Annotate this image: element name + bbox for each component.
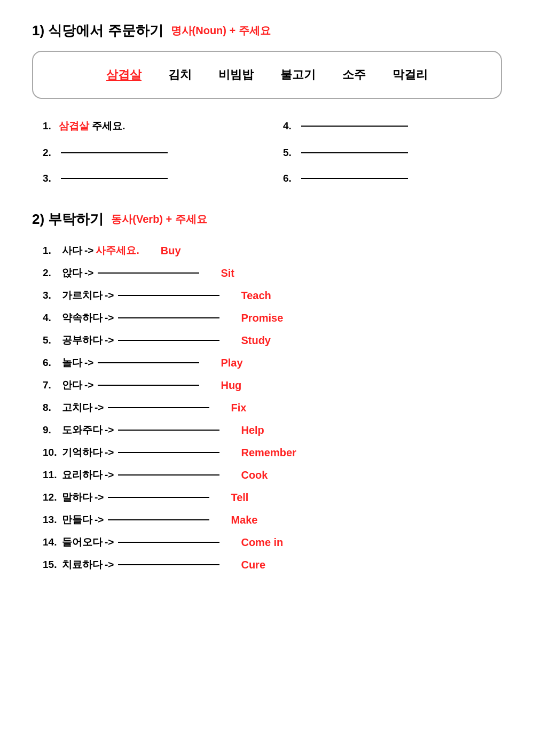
exercise-3: 3. bbox=[43, 168, 262, 189]
verb-11-arrow: -> bbox=[105, 469, 114, 481]
vocab-item-bulgogi: 불고기 bbox=[280, 67, 316, 83]
verb-2-num: 2. bbox=[43, 267, 62, 279]
verb-7-arrow: -> bbox=[84, 379, 93, 391]
section2-subtitle: 동사(Verb) + 주세요 bbox=[111, 212, 207, 227]
verb-item-7: 7. 안다 -> Hug bbox=[43, 374, 502, 396]
verb-15-num: 15. bbox=[43, 559, 62, 571]
verb-15-korean: 치료하다 bbox=[62, 558, 103, 572]
exercise-2-num: 2. bbox=[43, 147, 59, 159]
verb-item-3: 3. 가르치다 -> Teach bbox=[43, 284, 502, 307]
verb-11-blank[interactable] bbox=[118, 474, 219, 476]
exercise-4: 4. bbox=[283, 115, 502, 137]
verb-1-arrow: -> bbox=[84, 245, 93, 256]
vocab-box: 삼겹살 김치 비빔밥 불고기 소주 막걸리 bbox=[32, 51, 502, 99]
verb-6-arrow: -> bbox=[84, 357, 93, 369]
exercise-5-num: 5. bbox=[283, 147, 299, 159]
vocab-item-samgyeopsal: 삼겹살 bbox=[106, 67, 142, 83]
section2-title: 2) 부탁하기 동사(Verb) + 주세요 bbox=[32, 210, 502, 229]
verb-7-num: 7. bbox=[43, 379, 62, 391]
verb-6-english: Play bbox=[221, 357, 285, 369]
verb-12-arrow: -> bbox=[95, 492, 104, 503]
verb-10-arrow: -> bbox=[105, 447, 114, 458]
verb-13-num: 13. bbox=[43, 514, 62, 526]
verb-11-english: Cook bbox=[241, 469, 305, 481]
verb-2-blank[interactable] bbox=[98, 272, 199, 274]
exercise-4-blank[interactable] bbox=[301, 126, 408, 127]
exercise-6: 6. bbox=[283, 168, 502, 189]
vocab-item-makgeolli: 막걸리 bbox=[392, 67, 428, 83]
verb-10-blank[interactable] bbox=[118, 452, 219, 453]
verb-7-korean: 안다 bbox=[62, 378, 82, 392]
verb-10-korean: 기억하다 bbox=[62, 446, 103, 459]
verb-8-blank[interactable] bbox=[108, 407, 209, 408]
verb-14-korean: 들어오다 bbox=[62, 535, 103, 549]
verb-10-num: 10. bbox=[43, 447, 62, 458]
verb-3-num: 3. bbox=[43, 290, 62, 301]
verb-13-korean: 만들다 bbox=[62, 513, 92, 527]
verb-2-arrow: -> bbox=[84, 267, 93, 279]
exercise-3-blank[interactable] bbox=[61, 178, 168, 179]
verb-7-blank[interactable] bbox=[98, 385, 199, 386]
vocab-item-bibimbap: 비빔밥 bbox=[218, 67, 254, 83]
verb-15-blank[interactable] bbox=[118, 564, 219, 565]
verb-item-2: 2. 앉다 -> Sit bbox=[43, 262, 502, 284]
verb-item-6: 6. 놀다 -> Play bbox=[43, 352, 502, 374]
verb-7-english: Hug bbox=[221, 379, 285, 392]
verb-list: 1. 사다 -> 사주세요. Buy 2. 앉다 -> Sit 3. 가르치다 … bbox=[32, 239, 502, 576]
exercise-6-num: 6. bbox=[283, 173, 299, 184]
exercise-1: 1. 삼겹살 주세요. bbox=[43, 115, 262, 137]
section1: 1) 식당에서 주문하기 명사(Noun) + 주세요 삼겹살 김치 비빔밥 불… bbox=[32, 21, 502, 189]
verb-item-14: 14. 들어오다 -> Come in bbox=[43, 531, 502, 554]
verb-item-5: 5. 공부하다 -> Study bbox=[43, 329, 502, 352]
verb-1-english: Buy bbox=[161, 245, 225, 257]
verb-item-1: 1. 사다 -> 사주세요. Buy bbox=[43, 239, 502, 262]
exercise-5: 5. bbox=[283, 143, 502, 163]
verb-item-12: 12. 말하다 -> Tell bbox=[43, 486, 502, 509]
verb-13-blank[interactable] bbox=[108, 519, 209, 520]
exercise-5-blank[interactable] bbox=[301, 152, 408, 153]
verb-9-blank[interactable] bbox=[118, 430, 219, 431]
verb-5-blank[interactable] bbox=[118, 340, 219, 341]
verb-12-blank[interactable] bbox=[108, 497, 209, 498]
verb-8-english: Fix bbox=[231, 402, 295, 414]
exercise-1-answer: 삼겹살 bbox=[59, 119, 89, 133]
exercise-2: 2. bbox=[43, 143, 262, 163]
verb-4-blank[interactable] bbox=[118, 317, 219, 318]
verb-item-15: 15. 치료하다 -> Cure bbox=[43, 554, 502, 576]
section1-exercises: 1. 삼겹살 주세요. 4. 2. 5. 3. 6. bbox=[32, 115, 502, 189]
verb-5-korean: 공부하다 bbox=[62, 333, 103, 347]
section1-main-title: 1) 식당에서 주문하기 bbox=[32, 21, 163, 40]
verb-item-4: 4. 약속하다 -> Promise bbox=[43, 307, 502, 329]
verb-item-11: 11. 요리하다 -> Cook bbox=[43, 464, 502, 486]
verb-11-korean: 요리하다 bbox=[62, 468, 103, 482]
verb-6-korean: 놀다 bbox=[62, 356, 82, 370]
verb-6-blank[interactable] bbox=[98, 362, 199, 363]
exercise-2-blank[interactable] bbox=[61, 152, 168, 153]
verb-3-blank[interactable] bbox=[118, 295, 219, 296]
verb-6-num: 6. bbox=[43, 357, 62, 369]
exercise-4-num: 4. bbox=[283, 120, 299, 132]
exercise-1-suffix: 주세요. bbox=[89, 119, 125, 133]
verb-12-korean: 말하다 bbox=[62, 490, 92, 504]
verb-12-english: Tell bbox=[231, 492, 295, 504]
verb-4-english: Promise bbox=[241, 312, 305, 324]
verb-9-num: 9. bbox=[43, 424, 62, 436]
verb-3-english: Teach bbox=[241, 290, 305, 302]
verb-2-korean: 앉다 bbox=[62, 266, 82, 280]
verb-15-arrow: -> bbox=[105, 559, 114, 571]
exercise-6-blank[interactable] bbox=[301, 178, 408, 179]
exercise-3-num: 3. bbox=[43, 173, 59, 184]
verb-8-arrow: -> bbox=[95, 402, 104, 414]
verb-14-blank[interactable] bbox=[118, 542, 219, 543]
section1-subtitle: 명사(Noun) + 주세요 bbox=[171, 24, 271, 38]
verb-item-13: 13. 만들다 -> Make bbox=[43, 509, 502, 531]
verb-3-korean: 가르치다 bbox=[62, 289, 103, 302]
exercise-1-num: 1. bbox=[43, 120, 59, 132]
verb-4-korean: 약속하다 bbox=[62, 311, 103, 325]
vocab-item-soju: 소주 bbox=[342, 67, 366, 83]
verb-item-9: 9. 도와주다 -> Help bbox=[43, 419, 502, 441]
verb-8-korean: 고치다 bbox=[62, 401, 92, 415]
section2: 2) 부탁하기 동사(Verb) + 주세요 1. 사다 -> 사주세요. Bu… bbox=[32, 210, 502, 576]
verb-14-english: Come in bbox=[241, 536, 305, 549]
verb-1-num: 1. bbox=[43, 245, 62, 256]
